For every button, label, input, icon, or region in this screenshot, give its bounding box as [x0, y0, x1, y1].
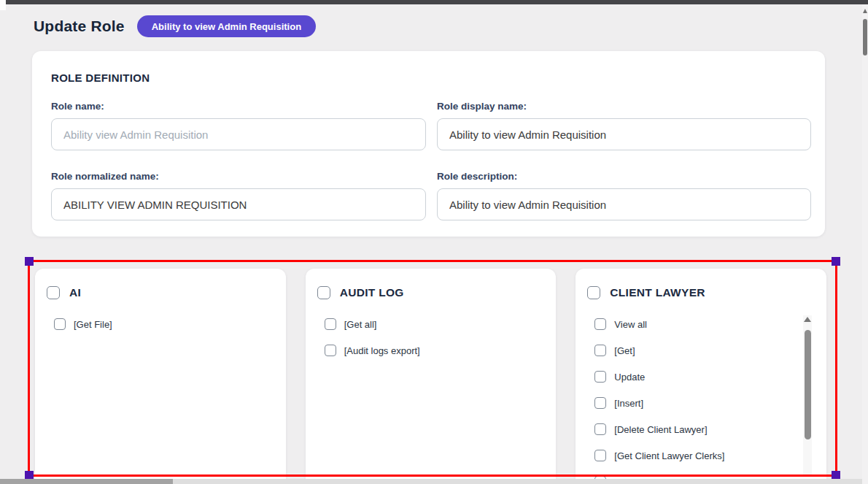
- role-name-input[interactable]: [51, 118, 426, 150]
- permission-checkbox[interactable]: [325, 345, 336, 356]
- permission-label: [Delete Client Lawyer]: [614, 424, 707, 435]
- permission-checkbox[interactable]: [594, 450, 606, 461]
- permission-checkbox[interactable]: [54, 318, 66, 330]
- role-name-label: Role name:: [51, 101, 426, 112]
- selection-handle-top-right[interactable]: [832, 257, 840, 266]
- group-header: CLIENT LAWYER: [587, 286, 815, 299]
- scrollbar-thumb[interactable]: [805, 330, 811, 439]
- group-client-lawyer-checkbox[interactable]: [587, 286, 600, 299]
- permission-group-audit-log: AUDIT LOG [Get all] [Audit logs export]: [306, 269, 557, 479]
- permission-label: [Get all]: [344, 319, 377, 330]
- permission-item: [Audit logs export]: [317, 337, 545, 364]
- permission-label: [Insert]: [614, 398, 643, 409]
- role-definition-fields: Role name: Role display name: Role norma…: [51, 101, 806, 220]
- group-title: AUDIT LOG: [340, 286, 404, 299]
- permission-item: [Get]: [587, 337, 815, 364]
- field-role-name: Role name:: [51, 101, 426, 150]
- page-vertical-scrollbar[interactable]: [862, 4, 868, 484]
- selection-handle-top-left[interactable]: [25, 257, 34, 266]
- permission-item: [Insert Client Lawyer Clerk]: [587, 469, 815, 479]
- role-display-name-label: Role display name:: [437, 101, 811, 112]
- group-items: View all [Get] Update [Insert] [Delete C…: [587, 311, 815, 479]
- permission-label: View all: [614, 319, 647, 330]
- permission-item: [Delete Client Lawyer]: [587, 416, 815, 442]
- permission-checkbox[interactable]: [594, 371, 606, 383]
- group-title: AI: [69, 286, 81, 299]
- group-header: AUDIT LOG: [317, 286, 545, 299]
- permission-label: [Get Client Lawyer Clerks]: [614, 450, 724, 461]
- scroll-up-arrow-icon[interactable]: [804, 317, 811, 322]
- permission-item: [Get File]: [47, 311, 274, 337]
- role-definition-card: ROLE DEFINITION Role name: Role display …: [32, 51, 825, 237]
- group-title: CLIENT LAWYER: [610, 286, 705, 299]
- permission-checkbox[interactable]: [594, 345, 606, 356]
- permission-checkbox[interactable]: [594, 423, 606, 435]
- permission-item: [Insert]: [587, 390, 815, 416]
- permission-item: View all: [587, 311, 815, 337]
- page-title: Update Role: [34, 18, 125, 35]
- role-description-label: Role description:: [437, 171, 811, 182]
- page-horizontal-scrollbar[interactable]: [0, 479, 862, 484]
- group-ai-checkbox[interactable]: [47, 286, 60, 299]
- permission-checkbox[interactable]: [325, 318, 336, 330]
- scrollbar-thumb[interactable]: [0, 479, 173, 484]
- group-audit-log-checkbox[interactable]: [317, 286, 330, 299]
- field-role-display-name: Role display name:: [437, 101, 811, 150]
- client-lawyer-scrollbar[interactable]: [803, 315, 812, 475]
- group-items: [Get File]: [47, 311, 274, 337]
- field-role-description: Role description:: [437, 171, 811, 220]
- field-role-normalized-name: Role normalized name:: [51, 171, 426, 220]
- role-normalized-name-label: Role normalized name:: [51, 171, 426, 182]
- group-items: [Get all] [Audit logs export]: [317, 311, 545, 364]
- window-top-edge: [6, 0, 868, 4]
- role-normalized-name-input[interactable]: [51, 188, 426, 220]
- window-left-edge: [0, 0, 6, 10]
- permission-item: [Get all]: [317, 311, 545, 337]
- permission-label: Update: [614, 372, 645, 383]
- page-header: Update Role Ability to view Admin Requis…: [34, 15, 316, 37]
- permission-group-client-lawyer: CLIENT LAWYER View all [Get] Update [In: [576, 269, 826, 479]
- scroll-up-arrow-icon[interactable]: [863, 9, 867, 13]
- role-description-input[interactable]: [437, 188, 811, 220]
- permission-label: [Audit logs export]: [344, 345, 420, 356]
- permission-checkbox[interactable]: [594, 318, 606, 330]
- scrollbar-thumb[interactable]: [863, 19, 867, 55]
- permission-label: [Get]: [614, 345, 635, 356]
- permission-item: [Get Client Lawyer Clerks]: [587, 442, 815, 469]
- role-definition-heading: ROLE DEFINITION: [51, 72, 806, 84]
- group-header: AI: [47, 286, 274, 299]
- permission-label: [Get File]: [74, 319, 112, 330]
- permission-checkbox[interactable]: [594, 397, 606, 409]
- update-role-screen: Update Role Ability to view Admin Requis…: [0, 0, 868, 484]
- permission-groups-row: AI [Get File] AUDIT LOG [Get all]: [35, 269, 826, 479]
- permission-item: Update: [587, 364, 815, 390]
- role-display-name-input[interactable]: [437, 118, 811, 150]
- role-badge: Ability to view Admin Requisition: [137, 15, 316, 37]
- permission-group-ai: AI [Get File]: [35, 269, 286, 479]
